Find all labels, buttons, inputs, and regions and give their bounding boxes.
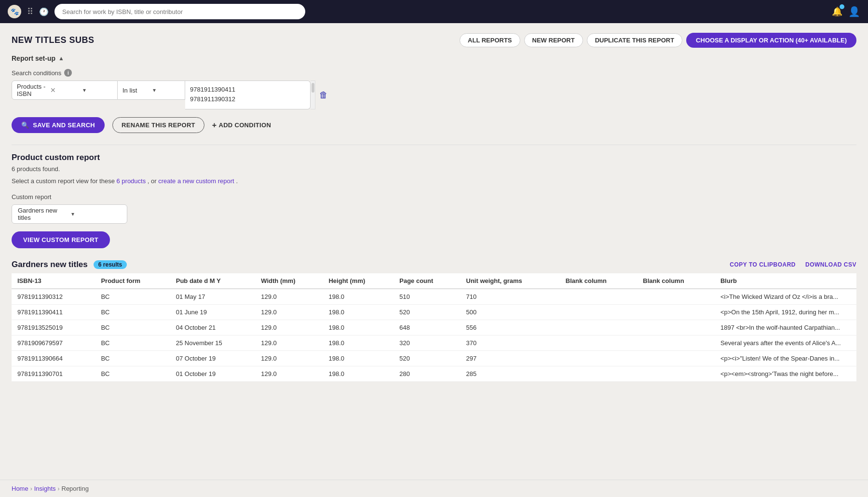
condition-clear-icon[interactable]: ✕ — [50, 86, 80, 94]
grid-icon[interactable]: ⠿ — [27, 6, 33, 17]
main-content: NEW TITLES SUBS ALL REPORTS NEW REPORT D… — [0, 23, 868, 480]
desc-prefix: Select a custom report view for these — [12, 177, 116, 185]
save-search-label: SAVE AND SEARCH — [33, 121, 95, 129]
condition-operator-selector[interactable]: In list ▾ — [118, 81, 185, 100]
col-page-count: Page count — [393, 273, 460, 289]
col-pub-date: Pub date d M Y — [170, 273, 256, 289]
breadcrumb-home[interactable]: Home — [12, 485, 28, 492]
search-input[interactable] — [54, 4, 305, 19]
save-and-search-button[interactable]: 🔍 SAVE AND SEARCH — [12, 117, 105, 133]
bell-icon[interactable]: 🔔 — [832, 6, 842, 17]
results-table: ISBN-13 Product form Pub date d M Y Widt… — [12, 273, 856, 382]
table-cell: 370 — [461, 336, 560, 351]
desc-end: . — [236, 177, 238, 185]
create-report-link[interactable]: create a new custom report — [158, 177, 234, 185]
table-cell: <p><i>"Listen! We of the Spear-Danes in.… — [715, 351, 856, 366]
table-cell: 07 October 19 — [170, 351, 256, 366]
col-blank1: Blank column — [560, 273, 637, 289]
table-row: 9781911390411BC01 June 19129.0198.052050… — [12, 305, 856, 320]
table-cell — [637, 351, 715, 366]
app-logo[interactable]: 🐾 — [8, 5, 21, 18]
search-conditions-text: Search conditions — [12, 69, 61, 77]
plus-icon: + — [212, 121, 217, 130]
table-header: ISBN-13 Product form Pub date d M Y Widt… — [12, 273, 856, 289]
condition-values-input[interactable]: 9781911390411 9781911390312 — [185, 81, 311, 109]
info-icon[interactable]: i — [64, 69, 72, 77]
condition-values-scrollbar[interactable] — [311, 81, 315, 109]
condition-row: Products - ISBN ✕ ▾ In list ▾ 9781911390… — [12, 81, 856, 109]
top-navigation: 🐾 ⠿ 🕐 🔔 👤 — [0, 0, 868, 23]
table-row: 9781911390312BC01 May 17129.0198.0510710… — [12, 289, 856, 305]
products-found-text: 6 products found. — [12, 165, 856, 173]
table-cell: 556 — [461, 320, 560, 336]
clock-icon[interactable]: 🕐 — [39, 7, 49, 16]
table-cell: 198.0 — [323, 366, 393, 382]
choose-action-button[interactable]: CHOOSE A DISPLAY OR ACTION (40+ AVAILABL… — [686, 33, 856, 48]
table-cell: 9781911390411 — [12, 305, 95, 320]
table-row: 9781911390664BC07 October 19129.0198.052… — [12, 351, 856, 366]
custom-report-value: Gardners new titles — [18, 207, 68, 221]
table-cell: BC — [95, 351, 170, 366]
table-cell: 129.0 — [255, 289, 323, 305]
add-condition-label: ADD CONDITION — [218, 121, 271, 129]
condition-field-dropdown-icon[interactable]: ▾ — [83, 87, 112, 94]
table-cell: 198.0 — [323, 289, 393, 305]
table-cell: BC — [95, 320, 170, 336]
table-cell: BC — [95, 336, 170, 351]
table-cell: 285 — [461, 366, 560, 382]
col-isbn13: ISBN-13 — [12, 273, 95, 289]
user-avatar[interactable]: 👤 — [848, 6, 860, 17]
download-csv-button[interactable]: DOWNLOAD CSV — [805, 261, 856, 268]
table-cell: 9781909679597 — [12, 336, 95, 351]
rename-report-button[interactable]: RENAME THIS REPORT — [112, 117, 204, 133]
table-cell: 710 — [461, 289, 560, 305]
table-cell: 9781913525019 — [12, 320, 95, 336]
table-cell: 520 — [393, 305, 460, 320]
table-cell: 01 October 19 — [170, 366, 256, 382]
table-cell — [560, 305, 637, 320]
product-report-title: Product custom report — [12, 153, 856, 162]
table-cell: 198.0 — [323, 320, 393, 336]
setup-chevron-icon[interactable]: ▲ — [58, 55, 64, 62]
table-cell: <p>On the 15th April, 1912, during her m… — [715, 305, 856, 320]
table-cell — [637, 336, 715, 351]
breadcrumb-sep-2: › — [58, 485, 60, 492]
condition-field-selector[interactable]: Products - ISBN ✕ ▾ — [12, 81, 118, 100]
new-report-button[interactable]: NEW REPORT — [524, 33, 583, 47]
products-link[interactable]: 6 products — [116, 177, 146, 185]
table-cell: 198.0 — [323, 351, 393, 366]
table-cell — [560, 351, 637, 366]
table-actions: COPY TO CLIPBOARD DOWNLOAD CSV — [730, 261, 856, 268]
condition-delete-button[interactable]: 🗑 — [315, 81, 332, 109]
custom-report-selector[interactable]: Gardners new titles ▾ — [12, 204, 127, 224]
table-cell: 129.0 — [255, 336, 323, 351]
col-height: Height (mm) — [323, 273, 393, 289]
table-cell: 280 — [393, 366, 460, 382]
table-report-title: Gardners new titles — [12, 260, 88, 269]
breadcrumb-insights[interactable]: Insights — [34, 485, 56, 492]
table-row: 9781913525019BC04 October 21129.0198.064… — [12, 320, 856, 336]
table-row: 9781911390701BC01 October 19129.0198.028… — [12, 366, 856, 382]
section-divider — [12, 145, 856, 145]
all-reports-button[interactable]: ALL REPORTS — [460, 33, 520, 47]
table-body: 9781911390312BC01 May 17129.0198.0510710… — [12, 289, 856, 382]
table-cell: 297 — [461, 351, 560, 366]
custom-report-dropdown-icon[interactable]: ▾ — [71, 211, 121, 217]
duplicate-report-button[interactable]: DUPLICATE THIS REPORT — [587, 33, 682, 47]
table-cell: 129.0 — [255, 305, 323, 320]
table-cell: 129.0 — [255, 366, 323, 382]
view-custom-report-button[interactable]: VIEW CUSTOM REPORT — [12, 231, 110, 248]
breadcrumb-sep-1: › — [30, 485, 32, 492]
table-cell: 198.0 — [323, 336, 393, 351]
results-badge: 6 results — [94, 260, 127, 269]
search-conditions-label: Search conditions i — [12, 69, 856, 77]
table-cell — [560, 289, 637, 305]
condition-operator-dropdown-icon[interactable]: ▾ — [153, 87, 180, 94]
table-cell — [637, 305, 715, 320]
table-cell: BC — [95, 305, 170, 320]
report-setup-bar: Report set-up ▲ — [12, 54, 856, 62]
add-condition-button[interactable]: + ADD CONDITION — [212, 121, 271, 130]
table-cell — [637, 366, 715, 382]
report-title: NEW TITLES SUBS — [12, 35, 95, 45]
copy-to-clipboard-button[interactable]: COPY TO CLIPBOARD — [730, 261, 796, 268]
